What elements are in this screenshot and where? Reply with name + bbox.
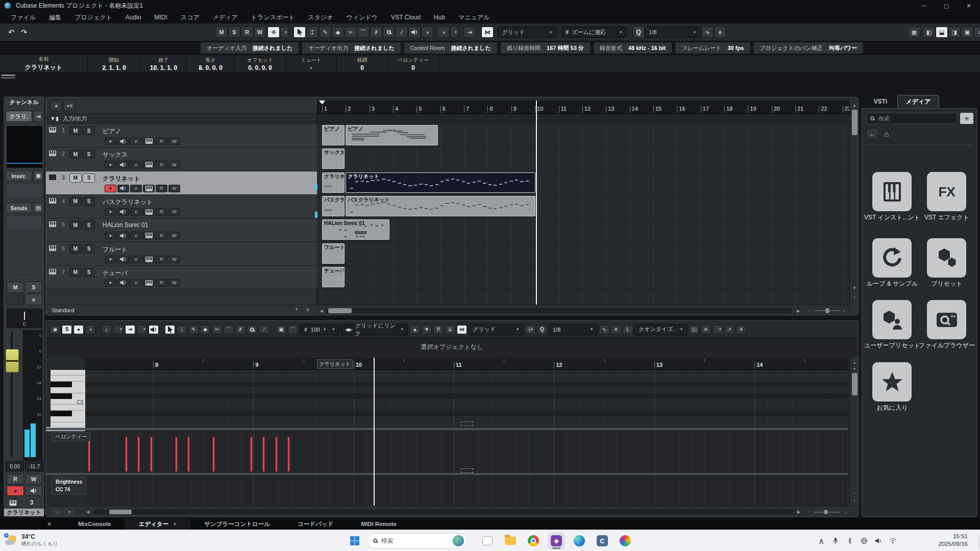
editor-quantize-panel-icon[interactable]: e [611, 325, 621, 334]
autoscroll-icon[interactable]: ⇥ [463, 27, 476, 38]
editor-split-tool[interactable]: ✂ [212, 325, 222, 334]
chrome-icon[interactable] [525, 532, 542, 549]
midi-event[interactable]: バスクラリネット [346, 196, 535, 216]
track-row[interactable]: 6MSフルート●eRW [46, 242, 317, 266]
sends-icon[interactable]: ▤ [33, 203, 43, 213]
vzoom-in-icon[interactable]: ＋ [851, 496, 858, 504]
menu-item[interactable]: Hub [427, 14, 452, 21]
splitter-handle[interactable] [1, 74, 15, 76]
info-field[interactable]: 長さ8. 0. 0. 0 [187, 55, 235, 72]
tile-instrument[interactable] [872, 172, 912, 211]
white-key[interactable] [51, 387, 85, 393]
track-mute-button[interactable]: M [69, 173, 82, 183]
vscroll-thumb[interactable] [852, 373, 857, 395]
lower-zone-tab[interactable]: MixConsole [64, 518, 125, 530]
hscroll-thumb[interactable] [328, 308, 352, 313]
track-solo-button[interactable]: S [83, 244, 95, 254]
close-lower-zone-icon[interactable]: ✕ [47, 521, 52, 528]
send-slot[interactable] [7, 215, 42, 231]
hzoom-handle[interactable] [825, 308, 829, 313]
track-edit-button[interactable]: e [130, 185, 142, 192]
track-mute-button[interactable]: M [69, 197, 82, 206]
velocity-bar[interactable] [150, 437, 153, 472]
mic-icon[interactable] [830, 535, 841, 546]
editor-line-tool[interactable]: ∕ [259, 325, 269, 334]
editor-vscrollbar[interactable]: ▲ ▼ − ＋ [849, 358, 859, 506]
start-button[interactable] [346, 532, 363, 549]
scroll-down-icon[interactable]: ▼ [851, 365, 858, 372]
track-monitor-icon[interactable] [117, 256, 129, 263]
track-row[interactable]: 7MSテューバ●eRW [46, 266, 317, 289]
insert-slot[interactable] [7, 183, 42, 198]
track-write-button[interactable]: W [168, 256, 180, 263]
global-read-button[interactable]: R [241, 27, 253, 38]
track-write-button[interactable]: W [168, 161, 180, 168]
menu-item[interactable]: スタジオ [302, 13, 340, 22]
home-icon[interactable]: ⌂ [880, 128, 893, 139]
track-row[interactable]: 5MSHALion Sonic 01●eRW [46, 218, 317, 242]
track-write-button[interactable]: W [168, 185, 180, 192]
toolbar-setup-icon[interactable]: ≡ [974, 27, 980, 38]
track-read-button[interactable]: R [156, 256, 167, 263]
pan-control[interactable]: C [7, 309, 42, 328]
scroll-down-icon[interactable]: ▼ [851, 284, 858, 291]
editor-snap-icon[interactable]: ⋈ [457, 325, 467, 334]
track-monitor-icon[interactable] [117, 232, 129, 239]
fader-db-value[interactable]: 0.00 [6, 461, 24, 471]
track-instrument-icon[interactable] [143, 137, 155, 145]
track-layers-icon[interactable]: ≋ [701, 325, 711, 334]
octave-down-icon[interactable]: ⇊ [445, 325, 455, 334]
track-read-button[interactable]: R [156, 161, 167, 168]
velocity-bar[interactable] [212, 437, 215, 472]
quantize-panel-icon[interactable]: e [714, 27, 726, 38]
weather-widget[interactable]: 9 34°C 晴れのちくもり [5, 533, 58, 547]
track-read-button[interactable]: R [156, 137, 167, 145]
menu-item[interactable]: ウィンドウ [340, 13, 384, 22]
tile-star[interactable] [872, 362, 912, 402]
scroll-left-icon[interactable]: ◀ [318, 307, 325, 314]
black-key[interactable] [51, 382, 72, 387]
channel-eq-display[interactable] [7, 126, 42, 168]
info-field[interactable]: 開始2. 1. 1. 0 [88, 55, 141, 72]
hzoom-out-icon[interactable]: − [805, 508, 813, 515]
track-preset-icon[interactable]: ◖≡ [63, 100, 76, 111]
menu-item[interactable]: VST Cloud [384, 14, 427, 21]
object-selection-tool[interactable] [293, 27, 306, 38]
velocity-bar[interactable] [175, 437, 178, 472]
track-edit-button[interactable]: e [130, 256, 142, 263]
track-instrument-icon[interactable] [143, 208, 155, 216]
editor-draw-tool[interactable]: ✎ [188, 325, 199, 334]
channel-solo-button[interactable]: S [25, 282, 42, 293]
split-tool[interactable]: ✂ [345, 27, 357, 38]
strip-divider[interactable]: ···· [4, 274, 44, 280]
step-up-icon[interactable]: ▲ [410, 325, 420, 334]
white-key[interactable] [51, 405, 85, 410]
track-monitor-icon[interactable] [117, 137, 129, 145]
color-menu-dropdown[interactable]: ▼ [450, 27, 458, 38]
midi-event[interactable]: フルート [322, 243, 345, 264]
global-mute-button[interactable]: M [215, 27, 228, 38]
insert-velocity-dropdown[interactable]: ⇵100⇕▼ [300, 324, 339, 335]
info-field[interactable]: 名前クラリネット [0, 55, 88, 72]
snap-icon[interactable]: ⋈ [481, 27, 494, 38]
track-solo-button[interactable]: S [83, 173, 95, 183]
app-c-icon[interactable]: C [594, 532, 611, 549]
lower-zone-tab[interactable]: サンプラーコントロール [190, 518, 284, 530]
menu-item[interactable]: マニュアル [452, 13, 496, 22]
scroll-up-icon[interactable]: ▲ [851, 102, 858, 109]
color-tool[interactable]: ◑ [421, 27, 433, 38]
track-monitor-icon[interactable] [117, 208, 129, 216]
mute-tool[interactable]: ✗ [370, 27, 382, 38]
media-search-field[interactable]: 検索 [866, 113, 957, 124]
right-zone-toggle-icon[interactable]: ◨ [948, 27, 961, 38]
taskbar-search-field[interactable]: 検索 [366, 533, 468, 548]
edge-icon[interactable] [571, 532, 588, 549]
channel-record-button[interactable]: ● [7, 486, 24, 496]
track-solo-button[interactable]: S [83, 149, 95, 159]
track-record-icon[interactable]: ● [105, 185, 116, 192]
tile-loop[interactable] [872, 238, 912, 278]
line-tool[interactable]: ∕ [396, 27, 408, 38]
track-monitor-icon[interactable] [117, 161, 129, 168]
tile-user-preset[interactable] [872, 300, 912, 339]
track-mute-button[interactable]: M [69, 149, 82, 159]
